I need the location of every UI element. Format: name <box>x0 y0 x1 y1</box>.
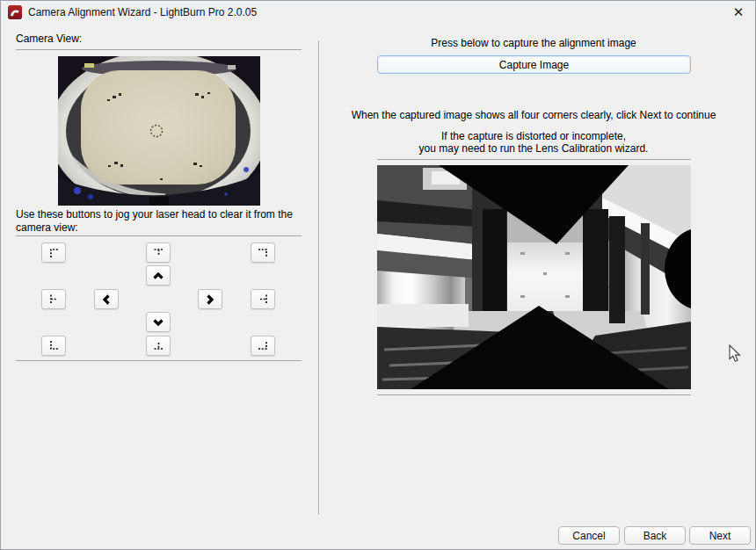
jog-left-button[interactable] <box>94 289 119 309</box>
camera-alignment-wizard-dialog: Camera Alignment Wizard - LightBurn Pro … <box>0 0 756 550</box>
corner-top-right-icon <box>258 247 269 258</box>
jog-to-bottom-left-button[interactable] <box>41 336 66 356</box>
corner-top-left-icon <box>48 247 60 258</box>
edge-right-icon <box>258 293 269 305</box>
chevron-down-icon <box>151 315 165 329</box>
divider-above-captured-image <box>377 159 691 160</box>
captured-alignment-image <box>377 165 691 389</box>
capture-image-button[interactable]: Capture Image <box>377 55 691 74</box>
capture-prompt-text: Press below to capture the alignment ima… <box>431 37 636 49</box>
chevron-left-icon <box>99 293 113 307</box>
edge-top-icon <box>153 247 164 258</box>
back-button[interactable]: Back <box>624 526 686 545</box>
jog-to-top-left-button[interactable] <box>41 242 66 263</box>
divider-above-jog-buttons <box>16 235 302 236</box>
panel-divider <box>318 40 319 515</box>
captured-alignment-image-canvas <box>377 165 691 389</box>
close-icon[interactable]: ✕ <box>723 1 753 24</box>
lightburn-logo-icon <box>8 5 22 19</box>
mouse-cursor-arrow <box>728 344 745 364</box>
jog-to-bottom-center-button[interactable] <box>146 336 171 356</box>
jog-instructions-text: Use these buttons to jog your laser head… <box>16 208 315 235</box>
corner-bottom-right-icon <box>258 340 269 351</box>
title-bar: Camera Alignment Wizard - LightBurn Pro … <box>1 1 755 24</box>
chevron-up-icon <box>151 269 165 283</box>
cancel-button[interactable]: Cancel <box>558 526 620 545</box>
edge-bottom-icon <box>153 340 164 351</box>
window-title: Camera Alignment Wizard - LightBurn Pro … <box>28 1 257 24</box>
edge-left-icon <box>48 293 60 305</box>
divider-under-camera-view-label <box>16 49 302 50</box>
jog-to-left-center-button[interactable] <box>41 289 66 309</box>
jog-up-button[interactable] <box>146 265 171 286</box>
jog-down-button[interactable] <box>146 312 171 332</box>
calibration-warning-line2: you may need to run the Lens Calibration… <box>419 142 649 155</box>
divider-below-captured-image <box>377 394 691 395</box>
camera-view-image <box>58 56 260 206</box>
jog-to-top-center-button[interactable] <box>146 242 171 263</box>
chevron-right-icon <box>203 293 217 307</box>
capture-success-hint-text: When the captured image shows all four c… <box>352 109 716 121</box>
jog-to-bottom-right-button[interactable] <box>251 336 275 356</box>
corner-bottom-left-icon <box>48 340 60 351</box>
calibration-warning-line1: If the capture is distorted or incomplet… <box>441 130 626 142</box>
next-button[interactable]: Next <box>689 526 751 545</box>
jog-to-top-right-button[interactable] <box>251 242 275 263</box>
jog-right-button[interactable] <box>198 289 222 309</box>
divider-below-jog-buttons <box>16 360 302 361</box>
jog-to-right-center-button[interactable] <box>251 289 275 309</box>
camera-view-label: Camera View: <box>16 33 82 45</box>
